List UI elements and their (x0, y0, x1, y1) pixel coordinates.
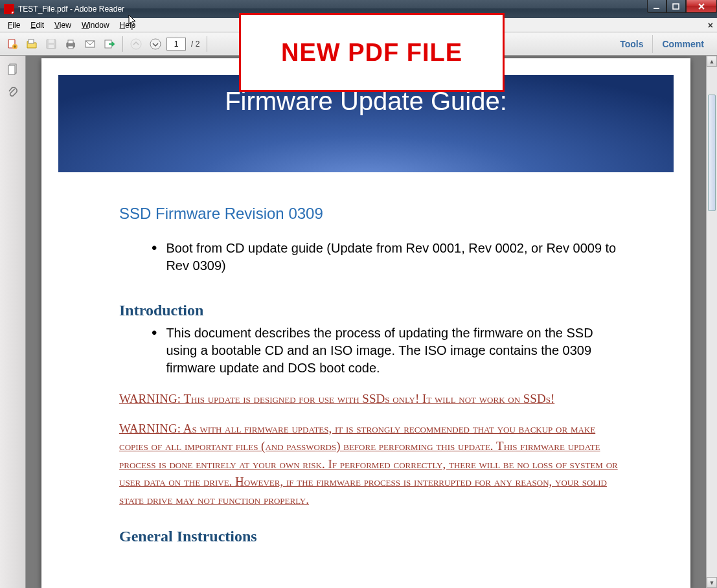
warning-text-1: WARNING: This update is designed for use… (119, 390, 626, 408)
window-controls (647, 0, 717, 13)
svg-rect-9 (68, 40, 73, 43)
comment-pane-button[interactable]: Comment (652, 35, 713, 53)
svg-rect-1 (673, 4, 679, 9)
thumbnails-button[interactable] (5, 61, 21, 78)
page-up-button[interactable] (128, 36, 144, 52)
maximize-button[interactable] (666, 0, 686, 13)
page-down-button[interactable] (147, 36, 164, 52)
menu-help[interactable]: Help (115, 19, 141, 31)
bullet-icon: • (152, 240, 157, 275)
revision-bullet-text: Boot from CD update guide (Update from R… (166, 240, 626, 275)
menu-window[interactable]: Window (76, 19, 115, 31)
intro-heading: Introduction (119, 302, 626, 319)
email-button[interactable] (82, 36, 98, 52)
menu-view[interactable]: View (49, 19, 76, 31)
tools-pane-button[interactable]: Tools (611, 35, 652, 53)
content-area: Firmware Update Guide: SSD Firmware Revi… (0, 56, 717, 588)
page-total-label: / 2 (188, 40, 202, 49)
share-button[interactable] (101, 36, 118, 52)
document-viewport[interactable]: Firmware Update Guide: SSD Firmware Revi… (26, 56, 706, 588)
scroll-up-button[interactable]: ▲ (707, 56, 717, 67)
export-pdf-button[interactable] (4, 36, 21, 52)
print-button[interactable] (62, 36, 79, 52)
svg-point-13 (131, 39, 141, 49)
scroll-down-button[interactable]: ▼ (707, 577, 717, 588)
svg-rect-7 (49, 45, 54, 48)
navigation-rail (0, 56, 26, 588)
toolbar-separator (122, 36, 123, 52)
close-button[interactable] (686, 0, 717, 13)
menu-file[interactable]: File (3, 19, 25, 31)
svg-rect-10 (68, 46, 73, 49)
document-close-button[interactable]: × (708, 20, 713, 30)
attachments-button[interactable] (5, 84, 21, 101)
pdf-page: Firmware Update Guide: SSD Firmware Revi… (41, 58, 690, 588)
open-button[interactable] (23, 36, 40, 52)
save-button[interactable] (43, 36, 60, 52)
general-heading: General Instructions (119, 528, 626, 545)
warning-text-2: WARNING: As with all firmware updates, i… (119, 420, 626, 509)
window-title: TEST_File.pdf - Adobe Reader (18, 5, 124, 14)
vertical-scrollbar[interactable]: ▲ ▼ (706, 56, 717, 588)
minimize-button[interactable] (647, 0, 666, 13)
svg-point-14 (150, 39, 161, 49)
scroll-thumb[interactable] (708, 95, 716, 211)
menu-edit[interactable]: Edit (25, 19, 49, 31)
toolbar-separator (207, 36, 207, 52)
app-icon (4, 4, 14, 14)
overlay-banner: NEW PDF FILE (239, 13, 505, 92)
svg-rect-0 (654, 8, 659, 9)
page-number-input[interactable]: 1 (166, 38, 186, 51)
svg-rect-4 (28, 40, 34, 43)
revision-heading: SSD Firmware Revision 0309 (119, 205, 626, 223)
overlay-text: NEW PDF FILE (281, 39, 462, 67)
intro-bullet-text: This document describes the process of u… (166, 324, 626, 377)
svg-rect-6 (49, 40, 54, 43)
bullet-icon: • (152, 324, 157, 377)
svg-rect-16 (8, 65, 15, 74)
